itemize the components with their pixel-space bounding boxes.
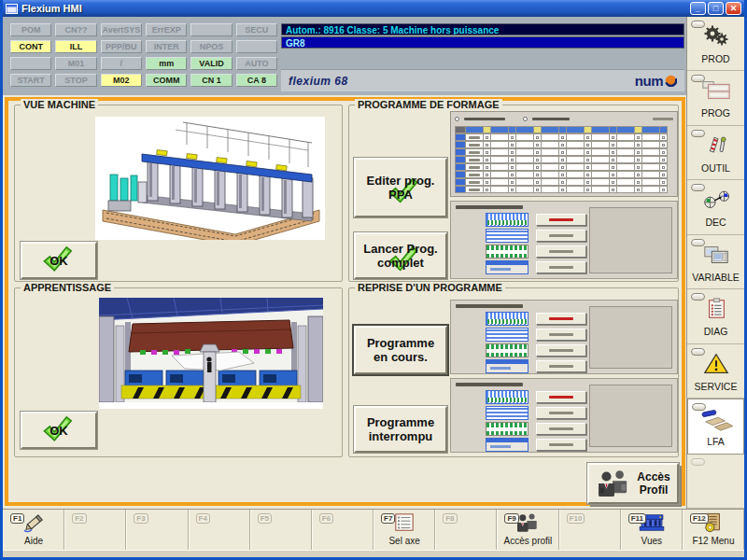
vue-machine-ok-button[interactable]: OK: [21, 242, 97, 279]
fkey-f11-vues[interactable]: F11Vues: [621, 510, 683, 550]
launch-full-program-button[interactable]: Lancer Prog. complet: [354, 232, 447, 279]
groupbox-programme-formage: PROGRAMME DE FORMAGE Editer prog. PPA: [348, 105, 679, 282]
group-status-line: GR8: [281, 36, 684, 49]
step-status-button[interactable]: [536, 261, 586, 273]
access-profile-button[interactable]: Accès Profil: [587, 463, 679, 504]
softkey-badge: [691, 75, 705, 82]
apprentissage-ok-button[interactable]: OK: [21, 412, 97, 449]
table-row[interactable]: [455, 163, 673, 171]
sidebar-item-diag[interactable]: DIAG: [687, 289, 744, 343]
formage-parameter-table[interactable]: [450, 111, 678, 197]
sidebar-item-lfa[interactable]: LFA: [687, 399, 744, 454]
checkbox-icon: [511, 144, 514, 147]
checkbox-icon: [612, 159, 614, 161]
app-icon: [6, 4, 18, 14]
table-row[interactable]: [455, 156, 673, 163]
radio-icon[interactable]: [455, 117, 459, 121]
minimize-button-icon[interactable]: _: [690, 2, 706, 15]
toolbar-button-valid[interactable]: VALID: [190, 57, 232, 70]
sidebar-item-outil[interactable]: OUTIL: [687, 126, 744, 180]
fkey-f3-empty: F3: [126, 510, 188, 550]
checkbox-icon: [612, 189, 614, 191]
step-chart-thumbnail: [486, 260, 529, 274]
checkbox-icon: [662, 151, 665, 154]
checkbox-icon: [511, 174, 514, 176]
checkbox-icon: [486, 159, 488, 161]
checkbox-icon: [612, 144, 614, 147]
checkbox-icon: [637, 151, 640, 154]
checkbox-icon: [511, 159, 514, 161]
step-status-button[interactable]: [536, 423, 586, 435]
window-title: Flexium HMI: [21, 3, 690, 14]
cnc-status-box: Autom.: 8916 Classe: 5 Machine hors puis…: [281, 23, 684, 91]
fkey-f9-acc-s-profil[interactable]: F9Accès profil: [497, 510, 558, 550]
toolbar-button-ill[interactable]: ILL: [55, 40, 96, 53]
program-interrupted-button[interactable]: Programme interrompu: [354, 406, 447, 453]
program-in-progress-button[interactable]: Programme en cours.: [354, 326, 447, 374]
checkbox-icon: [637, 189, 640, 191]
step-status-button[interactable]: [536, 230, 586, 242]
tools-icon: [687, 133, 744, 161]
checkbox-icon: [662, 189, 665, 191]
softkey-badge: [691, 458, 705, 466]
toolbar-button-ca-8[interactable]: CA 8: [236, 74, 277, 87]
maximize-button-icon[interactable]: □: [708, 2, 724, 15]
toolbar-button-mm[interactable]: mm: [146, 57, 187, 70]
sidebar-item-label: DIAG: [687, 326, 744, 337]
toolbar-grid: POMCN??AvertSYSErrEXPSECUCONTILLPPP/BUIN…: [10, 23, 277, 91]
dec-icon: [687, 188, 744, 216]
step-status-button[interactable]: [536, 407, 586, 419]
panels-icon: [687, 78, 744, 106]
step-status-button[interactable]: [536, 245, 586, 258]
step-status-button[interactable]: [536, 344, 586, 357]
step-status-button[interactable]: [536, 329, 586, 341]
toolbar-button-errexp: ErrEXP: [146, 23, 187, 36]
table-row[interactable]: [455, 186, 673, 193]
step-status-button[interactable]: [536, 391, 586, 403]
toolbar-button-avertsys: AvertSYS: [101, 23, 142, 36]
panel-title-microtext: [456, 304, 523, 308]
softkey-badge: [691, 184, 705, 191]
checkbox-icon: [662, 181, 665, 184]
step-chart-thumbnail: [486, 390, 529, 404]
panel-message-box: [589, 306, 672, 369]
fkey-f7-sel-axe[interactable]: F7Sel axe: [374, 510, 435, 550]
step-status-button[interactable]: [536, 313, 586, 325]
checkbox-icon: [536, 189, 539, 191]
softkey-badge: [691, 130, 705, 137]
table-row[interactable]: [455, 148, 673, 156]
toolbar-button-m01: M01: [55, 57, 96, 70]
table-row[interactable]: [455, 133, 673, 141]
fkey-f1-aide[interactable]: F1Aide: [3, 510, 64, 550]
sidebar-item-prog[interactable]: PROG: [687, 71, 744, 125]
step-status-button[interactable]: [536, 360, 586, 372]
sidebar-item-label: DEC: [687, 217, 744, 228]
step-status-button[interactable]: [536, 214, 586, 226]
fkey-f12-f12-menu[interactable]: F12F12 Menu: [683, 510, 744, 550]
table-row[interactable]: [455, 141, 673, 148]
toolbar-button-cont[interactable]: CONT: [10, 40, 51, 53]
checkbox-icon: [612, 181, 614, 184]
edit-ppa-program-button[interactable]: Editer prog. PPA: [354, 158, 447, 217]
table-row[interactable]: [455, 178, 673, 186]
fkey-badge: F5: [258, 513, 272, 524]
reprise-status-panel-2: [450, 378, 678, 453]
toolbar-button-cn-1[interactable]: CN 1: [190, 74, 232, 87]
radio-icon[interactable]: [523, 117, 528, 121]
checkbox-icon: [511, 189, 514, 191]
sidebar-item-service[interactable]: SERVICE: [687, 344, 744, 399]
sidebar-item-prod[interactable]: PROD: [687, 17, 744, 71]
sidebar-item-dec[interactable]: DEC: [687, 180, 744, 234]
sidebar-item-variable[interactable]: VARIABLE: [687, 235, 744, 289]
toolbar-button-comm[interactable]: COMM: [146, 74, 187, 87]
panel-message-box: [589, 207, 672, 273]
table-row[interactable]: [455, 171, 673, 178]
sidebar-item-label: LFA: [688, 436, 743, 447]
step-status-button[interactable]: [536, 439, 586, 451]
checkbox-icon: [637, 159, 640, 161]
close-button-icon[interactable]: ✕: [726, 2, 741, 15]
toolbar-button--: /: [101, 57, 142, 70]
toolbar-button-auto: AUTO: [236, 57, 277, 70]
checkbox-icon: [536, 174, 539, 176]
toolbar-button-m02[interactable]: M02: [101, 74, 142, 87]
